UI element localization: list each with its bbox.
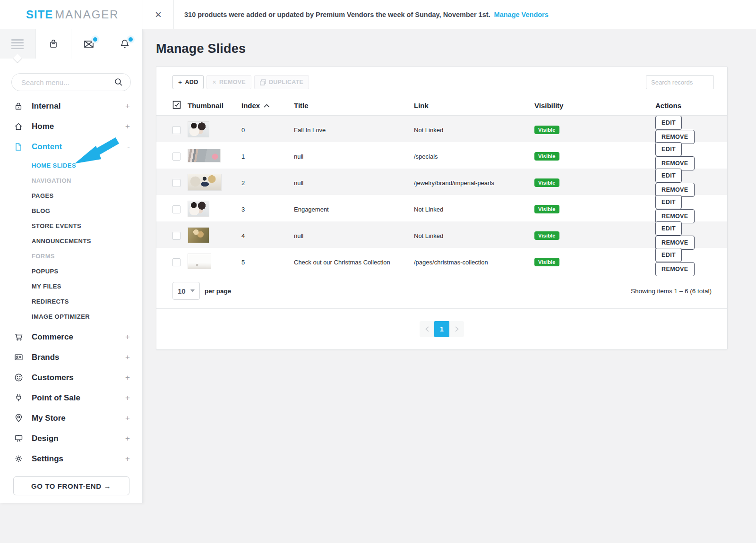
table-row: 4 null Not Linked Visible EDIT REMOVE <box>156 221 727 248</box>
add-button-label: ADD <box>185 79 198 85</box>
alert-dot <box>129 37 133 42</box>
x-icon: × <box>212 78 216 86</box>
title-cell: null <box>294 232 414 239</box>
hamburger-icon <box>11 38 24 51</box>
sidebar-item-label: Brands <box>32 353 60 362</box>
next-page-button[interactable] <box>449 321 464 337</box>
edit-button[interactable]: EDIT <box>655 116 682 130</box>
sidebar-item-label: Home <box>32 122 54 131</box>
remove-button-label: REMOVE <box>219 79 246 85</box>
sidebar-item-commerce[interactable]: Commerce + <box>0 327 142 347</box>
sidebar-subitem-blog[interactable]: BLOG <box>0 203 142 218</box>
select-all-checkbox[interactable] <box>172 101 188 110</box>
column-header-thumbnail[interactable]: Thumbnail <box>188 102 241 110</box>
row-checkbox[interactable] <box>172 205 180 213</box>
row-checkbox[interactable] <box>172 232 180 240</box>
notifications-tab[interactable] <box>107 29 143 59</box>
sidebar-item-my-store[interactable]: My Store + <box>0 408 142 428</box>
sidebar-subitem-store-events[interactable]: STORE EVENTS <box>0 218 142 233</box>
edit-button[interactable]: EDIT <box>655 142 682 156</box>
sidebar-subitem-announcements[interactable]: ANNOUNCEMENTS <box>0 233 142 248</box>
per-page-select[interactable]: 10 <box>172 282 200 300</box>
sidebar-item-customers[interactable]: Customers + <box>0 367 142 388</box>
slide-thumbnail <box>188 254 211 269</box>
sidebar-subitem-home-slides[interactable]: HOME SLIDES <box>0 158 142 173</box>
search-records-input[interactable] <box>646 75 714 89</box>
go-to-frontend-button[interactable]: GO TO FRONT-END → <box>13 476 129 495</box>
remove-button[interactable]: REMOVE <box>655 262 695 276</box>
sidebar-subitem-image-optimizer[interactable]: IMAGE OPTIMIZER <box>0 309 142 324</box>
row-checkbox[interactable] <box>172 153 180 161</box>
visibility-badge: Visible <box>534 178 559 187</box>
page-1-button[interactable]: 1 <box>434 321 449 337</box>
expand-icon: + <box>125 102 130 111</box>
per-page-value: 10 <box>178 287 186 295</box>
edit-button[interactable]: EDIT <box>655 221 682 236</box>
add-button[interactable]: + ADD <box>172 75 204 89</box>
title-cell: null <box>294 179 414 187</box>
content-submenu: HOME SLIDES NAVIGATION PAGES BLOG STORE … <box>0 157 142 327</box>
sidebar-subitem-forms[interactable]: FORMS <box>0 248 142 263</box>
column-header-index[interactable]: Index <box>241 102 294 110</box>
slide-thumbnail <box>188 121 209 137</box>
table-body: 0 Fall In Love Not Linked Visible EDIT R… <box>156 116 727 274</box>
sidebar-subitem-my-files[interactable]: MY FILES <box>0 279 142 294</box>
duplicate-button: DUPLICATE <box>254 75 309 89</box>
sidebar-item-settings[interactable]: Settings + <box>0 449 142 469</box>
sidebar-item-content[interactable]: Content - <box>0 136 142 157</box>
visibility-badge: Visible <box>534 126 559 134</box>
chevron-down-icon <box>190 289 195 292</box>
row-checkbox[interactable] <box>172 126 180 134</box>
slide-thumbnail <box>188 174 222 191</box>
sidebar-item-brands[interactable]: Brands + <box>0 347 142 367</box>
bag-icon <box>48 38 59 50</box>
row-checkbox[interactable] <box>172 179 180 187</box>
search-menu-input[interactable] <box>11 73 131 91</box>
sidebar-subitem-redirects[interactable]: REDIRECTS <box>0 294 142 309</box>
menu-tab[interactable] <box>0 29 36 59</box>
link-cell: /pages/christmas-collection <box>414 259 534 266</box>
table-header: Thumbnail Index Title Link Visibility Ac… <box>156 96 727 116</box>
map-pin-icon <box>13 413 24 423</box>
expand-icon: + <box>125 454 130 464</box>
index-cell: 1 <box>241 153 294 160</box>
row-checkbox[interactable] <box>172 258 180 266</box>
search-icon <box>114 77 123 87</box>
visibility-badge: Visible <box>534 152 559 161</box>
page-title: Manage Slides <box>156 42 756 56</box>
sidebar-subitem-popups[interactable]: POPUPS <box>0 263 142 279</box>
orders-tab[interactable] <box>36 29 72 59</box>
sidebar-subitem-navigation[interactable]: NAVIGATION <box>0 173 142 188</box>
edit-button[interactable]: EDIT <box>655 195 682 209</box>
pagination: 1 <box>156 309 727 349</box>
manage-slides-card: + ADD × REMOVE DUPLICATE Thumbnail Index <box>156 66 728 350</box>
sidebar-subitem-pages[interactable]: PAGES <box>0 188 142 203</box>
manage-vendors-link[interactable]: Manage Vendors <box>494 11 549 18</box>
sidebar-item-internal[interactable]: Internal + <box>0 96 142 116</box>
close-icon[interactable]: × <box>143 0 174 29</box>
messages-tab[interactable] <box>71 29 107 59</box>
index-cell: 0 <box>241 127 294 134</box>
column-header-visibility[interactable]: Visibility <box>534 102 655 110</box>
plug-icon <box>13 393 24 403</box>
slide-thumbnail <box>188 201 209 217</box>
sidebar-item-point-of-sale[interactable]: Point of Sale + <box>0 388 142 408</box>
index-cell: 2 <box>241 179 294 187</box>
sidebar-item-home[interactable]: Home + <box>0 116 142 136</box>
sidebar-menu: Internal + Home + Content - HOME SLIDES … <box>0 94 142 469</box>
table-row: 2 null /jewelry/brand/imperial-pearls Vi… <box>156 169 727 195</box>
expand-icon: + <box>125 373 130 382</box>
visibility-badge: Visible <box>534 231 559 240</box>
edit-button[interactable]: EDIT <box>655 248 682 262</box>
edit-button[interactable]: EDIT <box>655 169 682 183</box>
column-header-title[interactable]: Title <box>294 102 414 110</box>
plus-icon: + <box>178 78 182 86</box>
slide-thumbnail <box>188 227 209 243</box>
sidebar-item-design[interactable]: Design + <box>0 428 142 449</box>
link-cell: Not Linked <box>414 206 534 213</box>
home-icon <box>13 122 24 131</box>
prev-page-button[interactable] <box>420 321 434 337</box>
main-content: Manage Slides + ADD × REMOVE DUPLICATE T… <box>143 29 756 543</box>
slide-thumbnail <box>188 149 221 162</box>
column-header-link[interactable]: Link <box>414 102 534 110</box>
